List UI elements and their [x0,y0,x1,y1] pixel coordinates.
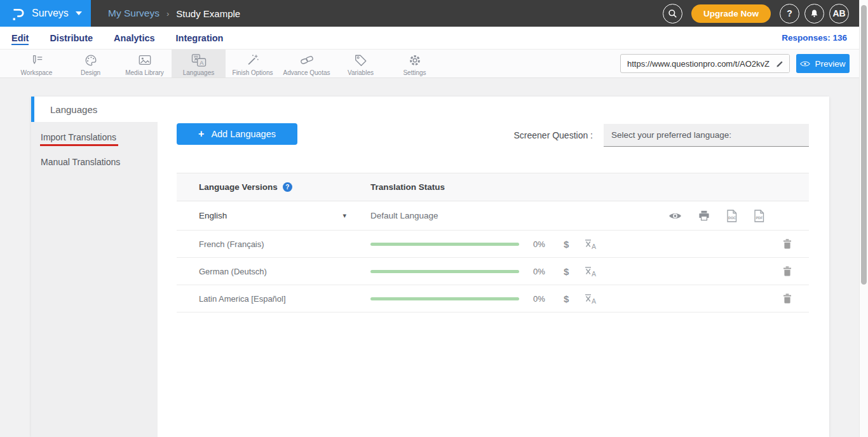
tab-integration[interactable]: Integration [176,27,224,49]
paid-translation-button[interactable]: $ [564,266,569,277]
notifications-button[interactable] [804,4,824,24]
question-mark-icon: ? [787,8,792,18]
delete-language-button[interactable] [783,293,792,304]
add-languages-button[interactable]: + Add Languages [177,123,297,145]
language-versions-table: Language Versions ? Translation Status E… [177,173,809,313]
default-language-status: Default Language [370,211,438,220]
toolbar-label: Workspace [21,69,53,76]
toolbar-item-workspace[interactable]: Workspace [10,50,64,77]
bell-icon [810,8,819,18]
workspace-icon [30,53,44,67]
toolbar-label: Finish Options [233,69,273,76]
pencil-icon [776,60,784,68]
toolbar-label: Settings [403,69,426,76]
delete-language-button[interactable] [783,239,792,249]
sidebar-item-import-translations[interactable]: Import Translations [31,124,158,149]
tab-edit[interactable]: Edit [11,27,29,49]
paid-translation-button[interactable]: $ [564,239,569,250]
translate-icon: A [584,293,597,304]
svg-text:A: A [592,243,596,250]
breadcrumb-current-survey: Study Example [176,8,240,19]
screener-question-select[interactable]: Select your preferred language: [604,124,809,147]
panel-accent-bar [31,97,34,122]
toolbar-label: Advance Quotas [283,69,330,76]
delete-language-button[interactable] [783,266,792,276]
nav-tabs: Edit Distribute Analytics Integration [0,27,223,49]
edit-url-button[interactable] [770,55,789,72]
translation-percent: 0% [533,267,552,276]
auto-translate-button[interactable]: A [584,266,597,277]
translation-percent: 0% [533,239,552,249]
trash-icon [783,293,792,304]
plus-icon: + [198,128,204,140]
toolbar-item-variables[interactable]: Variables [334,50,388,77]
printer-icon [698,210,710,221]
paid-translation-button[interactable]: $ [564,293,569,304]
avatar[interactable]: AB [829,4,849,24]
translate-icon: A [584,238,597,250]
media-library-icon [138,53,152,67]
svg-text:PDF: PDF [756,215,763,219]
toolbar-label: Media Library [125,69,164,76]
doc-file-icon: DOC [726,210,737,222]
table-row-german: German (Deutsch) 0% $ A [177,258,809,285]
language-dropdown-caret[interactable]: ▾ [342,212,346,220]
languages-icon: A [191,53,207,67]
avatar-initials: AB [832,8,845,18]
preview-eye-icon [800,60,810,67]
search-button[interactable] [663,4,682,24]
languages-sidebar: Import Translations Manual Translations [31,122,158,437]
table-row-spanish: Latin America [Español] 0% $ A [177,285,809,313]
search-icon [667,8,678,19]
toolbar-item-design[interactable]: Design [64,50,118,77]
translation-percent: 0% [533,294,552,304]
auto-translate-button[interactable]: A [584,293,597,304]
upgrade-now-button[interactable]: Upgrade Now [691,4,771,23]
design-palette-icon [84,53,98,67]
export-doc-button[interactable]: DOC [726,210,737,222]
toolbar-item-languages[interactable]: A Languages [172,50,226,77]
auto-translate-button[interactable]: A [584,238,597,250]
panel-title: Languages [50,104,97,115]
variables-tag-icon [354,53,368,67]
trash-icon [783,266,792,276]
tab-analytics[interactable]: Analytics [114,27,154,49]
col-language-versions: Language Versions [199,182,278,192]
export-pdf-button[interactable]: PDF [754,210,764,222]
toolbar-item-finish-options[interactable]: Finish Options [226,50,280,77]
translation-progress-bar [370,270,519,273]
pdf-file-icon: PDF [754,210,764,222]
page-scrollbar[interactable] [859,0,868,437]
translation-progress-bar [370,297,519,300]
toolbar-item-settings[interactable]: Settings [388,50,442,77]
questionpro-logo-icon [10,5,26,22]
topbar-actions: Upgrade Now ? AB [663,4,868,24]
svg-text:A: A [592,297,596,305]
product-name: Surveys [32,8,69,19]
survey-nav-bar: Edit Distribute Analytics Integration Re… [0,27,868,50]
help-icon[interactable]: ? [283,182,292,192]
view-survey-button[interactable] [668,212,682,220]
sidebar-item-manual-translations[interactable]: Manual Translations [31,149,158,174]
responses-count[interactable]: Responses: 136 [782,33,868,43]
survey-url-field[interactable]: https://www.questionpro.com/t/AO2kvZ [620,54,790,73]
breadcrumb-my-surveys[interactable]: My Surveys [108,8,159,19]
survey-url-text[interactable]: https://www.questionpro.com/t/AO2kvZ [621,59,770,69]
toolbar-label: Variables [348,69,374,76]
preview-button[interactable]: Preview [796,54,850,73]
add-languages-label: Add Languages [211,129,276,139]
translate-icon: A [584,266,597,277]
breadcrumb-separator: › [166,9,169,18]
scrollbar-thumb[interactable] [861,5,867,285]
language-name: Latin America [Español] [199,294,286,304]
annotation-red-underline [40,144,118,146]
product-switcher[interactable]: Surveys [0,0,91,27]
col-translation-status: Translation Status [370,182,445,192]
help-button[interactable]: ? [780,4,799,24]
sidebar-item-label: Manual Translations [41,157,120,167]
print-survey-button[interactable] [698,210,710,221]
toolbar-item-media-library[interactable]: Media Library [118,50,172,77]
tab-distribute[interactable]: Distribute [50,27,93,49]
language-name: French (Français) [199,239,264,249]
toolbar-item-advance-quotas[interactable]: Advance Quotas [280,50,334,77]
